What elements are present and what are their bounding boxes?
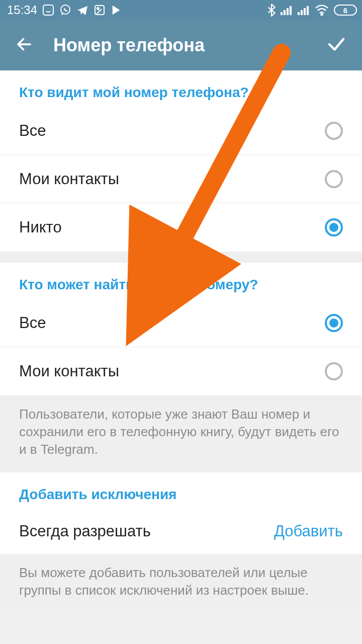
app-bar: Номер телефона — [0, 20, 362, 70]
svg-rect-6 — [287, 8, 289, 15]
section-divider — [0, 252, 362, 263]
option-label: Мои контакты — [19, 362, 119, 380]
svg-point-12 — [321, 14, 323, 16]
svg-rect-11 — [307, 6, 309, 15]
section-header: Добавить исключения — [0, 472, 362, 509]
status-bar: 15:34 6 — [0, 0, 362, 20]
page-title: Номер телефона — [53, 35, 205, 56]
svg-rect-2 — [95, 6, 104, 15]
back-button[interactable] — [15, 35, 33, 55]
exception-label: Всегда разрешать — [19, 522, 151, 540]
svg-rect-5 — [284, 10, 286, 15]
option-my-contacts[interactable]: Мои контакты — [0, 155, 362, 203]
section-note: Вы можете добавить пользователей или цел… — [0, 554, 362, 613]
section-who-finds-by-number: Кто может найти меня по номеру? Все Мои … — [0, 263, 362, 395]
bluetooth-icon — [267, 4, 276, 17]
battery-level: 6 — [343, 6, 347, 15]
section-who-sees-number: Кто видит мой номер телефона? Все Мои ко… — [0, 70, 362, 252]
radio-off-icon — [325, 122, 343, 140]
whatsapp-icon — [59, 4, 71, 16]
signal-icon — [281, 5, 293, 15]
wifi-icon — [315, 5, 329, 16]
svg-point-3 — [97, 8, 99, 10]
svg-rect-4 — [281, 12, 283, 15]
section-header: Кто может найти меня по номеру? — [0, 263, 362, 299]
svg-rect-7 — [290, 6, 292, 15]
section-note: Пользователи, которые уже знают Ваш номе… — [0, 395, 362, 472]
check-icon — [326, 34, 347, 55]
svg-point-1 — [61, 5, 70, 14]
confirm-button[interactable] — [326, 34, 347, 57]
notif-icon — [42, 4, 54, 16]
radio-on-icon — [325, 218, 343, 236]
radio-off-icon — [325, 362, 343, 380]
radio-off-icon — [325, 170, 343, 188]
maps-icon — [94, 4, 106, 16]
option-everyone[interactable]: Все — [0, 107, 362, 155]
status-time: 15:34 — [7, 3, 37, 17]
option-everyone[interactable]: Все — [0, 299, 362, 347]
arrow-left-icon — [15, 35, 33, 53]
option-label: Мои контакты — [19, 170, 119, 188]
svg-rect-0 — [43, 5, 53, 15]
play-store-icon — [111, 4, 122, 16]
option-label: Все — [19, 122, 46, 140]
battery-icon: 6 — [334, 5, 357, 16]
signal2-icon — [298, 5, 310, 15]
exception-action[interactable]: Добавить — [274, 522, 343, 540]
svg-rect-8 — [298, 12, 300, 15]
svg-rect-10 — [304, 8, 306, 15]
exception-always-allow[interactable]: Всегда разрешать Добавить — [0, 509, 362, 554]
telegram-icon — [76, 4, 88, 16]
option-my-contacts[interactable]: Мои контакты — [0, 347, 362, 395]
option-label: Никто — [19, 218, 62, 236]
radio-on-icon — [325, 314, 343, 332]
section-header: Кто видит мой номер телефона? — [0, 70, 362, 107]
svg-rect-9 — [301, 10, 303, 15]
option-label: Все — [19, 314, 46, 332]
option-nobody[interactable]: Никто — [0, 203, 362, 252]
section-exceptions: Добавить исключения Всегда разрешать Доб… — [0, 472, 362, 554]
